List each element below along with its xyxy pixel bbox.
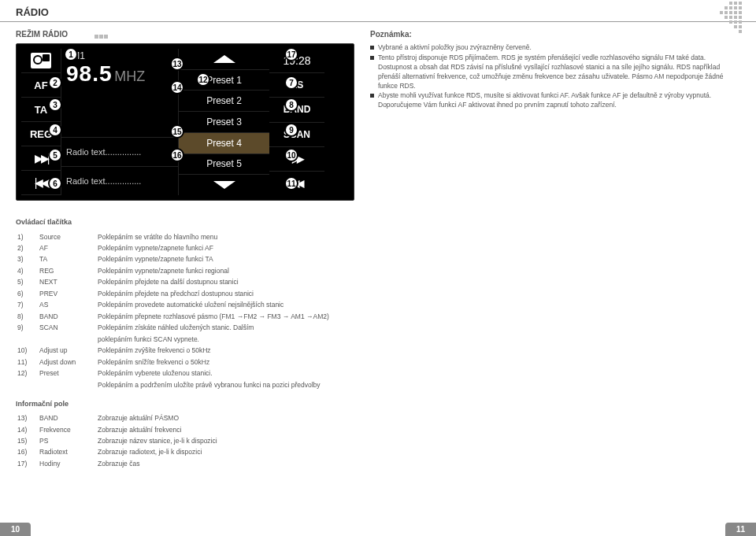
adjust-up-button[interactable] — [179, 49, 269, 70]
radio-panel: 1 2 3 4 5 6 7 8 9 10 11 12 13 14 15 16 1… — [16, 43, 354, 201]
marker-11: 11 — [284, 176, 298, 190]
chevron-up-icon — [213, 55, 235, 63]
table-row: 12)PresetPoklepáním vyberete uloženou st… — [17, 369, 329, 379]
table-row: 14)FrekvenceZobrazuje aktuální frekvenci — [17, 425, 217, 434]
page-title: RÁDIO — [16, 6, 49, 18]
svg-rect-5 — [734, 6, 737, 9]
table-row: 2)AFPoklepáním vypnete/zapnete funkci AF — [17, 243, 329, 253]
marker-10: 10 — [284, 148, 298, 162]
table-row: 17)HodinyZobrazuje čas — [17, 459, 217, 468]
table-row: 4)REGPoklepáním vypnete/zapnete funkci r… — [17, 266, 329, 275]
svg-rect-4 — [729, 6, 732, 9]
table-row: Poklepáním a podržením uložíte právě vyb… — [17, 380, 329, 390]
page-number-right: 11 — [725, 523, 756, 536]
svg-rect-21 — [739, 30, 742, 33]
table-row: 13)BANDZobrazuje aktuální PÁSMO — [17, 414, 217, 423]
marker-12: 12 — [196, 72, 210, 87]
marker-3: 3 — [48, 98, 62, 112]
svg-rect-3 — [724, 6, 728, 9]
table-row: 16)RadiotextZobrazuje radiotext, je-li k… — [17, 448, 217, 457]
svg-rect-20 — [739, 25, 742, 28]
marker-7: 7 — [284, 76, 298, 90]
band-label: FM1 — [66, 50, 173, 61]
svg-rect-19 — [734, 25, 737, 28]
marker-2: 2 — [48, 76, 62, 90]
page-header: RÁDIO — [0, 0, 756, 22]
chevron-down-icon — [213, 181, 235, 189]
frequency-display: FM1 98.5 MHZ — [61, 49, 178, 137]
marker-14: 14 — [170, 80, 184, 94]
marker-17: 17 — [284, 47, 298, 61]
decor-dots — [691, 2, 747, 44]
table-row: 10)Adjust upPoklepáním zvýšíte frekvenci… — [17, 346, 329, 356]
preset-3[interactable]: Preset 3 — [179, 112, 269, 133]
svg-rect-18 — [739, 20, 742, 24]
table-row: 7)ASPoklepáním provedete automatické ulo… — [17, 301, 329, 310]
note-list: Vybrané a aktivní položky jsou zvýrazněn… — [370, 43, 740, 110]
note-item: Tento přístroj disponuje RDS přijímačem.… — [370, 54, 740, 91]
freq-unit: MHZ — [114, 68, 145, 84]
radiotext-ps: Radio text............... — [61, 137, 178, 166]
svg-rect-0 — [729, 2, 732, 5]
svg-rect-16 — [729, 20, 732, 24]
table-row: 5)NEXTPoklepáním přejdete na další dostu… — [17, 278, 329, 287]
marker-9: 9 — [284, 123, 298, 137]
svg-rect-10 — [734, 11, 737, 14]
marker-15: 15 — [170, 124, 184, 139]
svg-rect-15 — [739, 16, 742, 19]
preset-1[interactable]: Preset 1 — [179, 70, 269, 91]
note-item: Abyste mohli využívat funkce RDS, musíte… — [370, 91, 740, 110]
decor-squares — [94, 31, 109, 40]
controls-table: 1)SourcePoklepáním se vrátíte do hlavníh… — [16, 231, 331, 392]
info-table: 13)BANDZobrazuje aktuální PÁSMO14)Frekve… — [16, 412, 219, 471]
marker-5: 5 — [48, 148, 62, 162]
marker-16: 16 — [170, 148, 184, 162]
marker-13: 13 — [170, 57, 184, 71]
page-footer: 10 11 — [0, 523, 756, 536]
table-row: 1)SourcePoklepáním se vrátíte do hlavníh… — [17, 232, 329, 242]
svg-rect-12 — [724, 16, 728, 19]
freq-value: 98.5 — [66, 61, 113, 86]
svg-rect-13 — [729, 16, 732, 19]
svg-rect-1 — [734, 2, 737, 5]
svg-rect-14 — [734, 16, 737, 19]
svg-rect-2 — [739, 2, 742, 5]
preset-4[interactable]: Preset 4 — [179, 133, 269, 154]
svg-rect-7 — [720, 11, 723, 14]
table-row: 8)BANDPoklepáním přepnete rozhlasové pás… — [17, 312, 329, 321]
section-subtitle: REŽIM RÁDIO — [16, 30, 354, 39]
table-row: 11)Adjust downPoklepáním snížíte frekven… — [17, 357, 329, 367]
preset-5[interactable]: Preset 5 — [179, 154, 269, 176]
svg-rect-8 — [724, 11, 728, 14]
svg-rect-6 — [739, 6, 742, 9]
svg-rect-17 — [734, 20, 737, 24]
marker-1: 1 — [64, 47, 78, 61]
note-item: Vybrané a aktivní položky jsou zvýrazněn… — [370, 43, 740, 53]
preset-2[interactable]: Preset 2 — [179, 91, 269, 112]
controls-heading: Ovládací tlačítka — [16, 218, 740, 226]
marker-4: 4 — [48, 123, 62, 137]
marker-6: 6 — [48, 176, 62, 190]
note-heading: Poznámka: — [370, 30, 740, 39]
info-heading: Informační pole — [16, 400, 740, 408]
svg-rect-11 — [739, 11, 742, 14]
adjust-down-button[interactable] — [179, 175, 269, 195]
table-row: 15)PSZobrazuje název stanice, je-li k di… — [17, 437, 217, 446]
table-row: 6)PREVPoklepáním přejdete na předchozí d… — [17, 289, 329, 298]
svg-rect-9 — [729, 11, 732, 14]
source-icon — [31, 53, 51, 68]
radiotext: Radio text............... — [61, 166, 178, 195]
table-row: 9)SCANPoklepáním získáte náhled uloženýc… — [17, 323, 329, 333]
marker-8: 8 — [284, 98, 298, 112]
table-row: 3)TAPoklepáním vypnete/zapnete funkci TA — [17, 255, 329, 264]
page-number-left: 10 — [0, 523, 31, 536]
table-row: poklepáním funkci SCAN vypnete. — [17, 335, 329, 344]
source-button[interactable] — [21, 49, 61, 73]
